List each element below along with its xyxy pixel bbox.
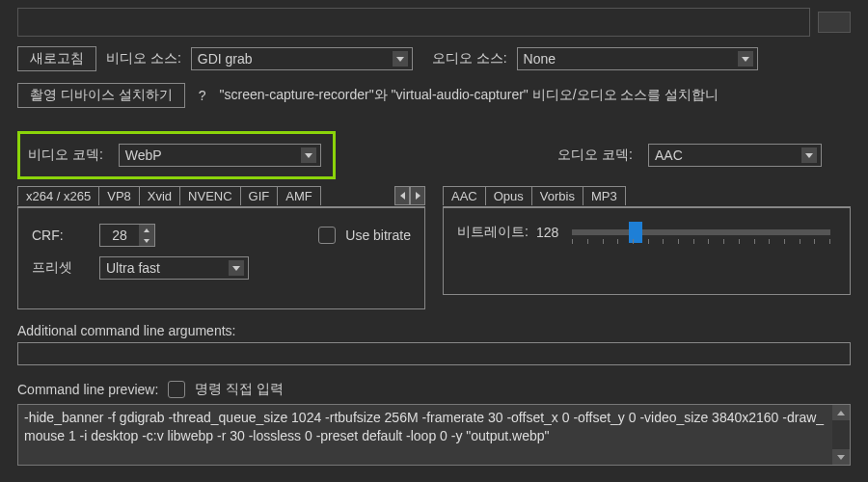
preset-label: 프리셋 (32, 259, 90, 277)
install-hint-text: "screen-capture-recorder"와 "virtual-audi… (220, 87, 719, 104)
tab-scroll-right-icon[interactable] (410, 186, 425, 205)
preset-value: Ultra fast (106, 260, 160, 276)
video-codec-value: WebP (125, 147, 162, 163)
tab-opus[interactable]: Opus (485, 186, 532, 205)
preset-select[interactable]: Ultra fast (99, 256, 249, 280)
tab-amf[interactable]: AMF (277, 186, 320, 205)
cmd-preview-text: -hide_banner -f gdigrab -thread_queue_si… (24, 409, 844, 445)
manual-input-checkbox[interactable] (168, 381, 185, 398)
crf-label: CRF: (32, 228, 90, 243)
scroll-up-icon[interactable] (832, 405, 850, 420)
audio-codec-label: 오디오 코덱: (557, 147, 633, 164)
spinner-up-icon[interactable] (139, 225, 154, 235)
video-codec-label: 비디오 코덱: (28, 147, 103, 164)
dropdown-arrow-icon (738, 51, 753, 67)
video-codec-select[interactable]: WebP (119, 144, 321, 167)
install-device-button[interactable]: 촬영 디바이스 설치하기 (17, 83, 185, 108)
use-bitrate-checkbox[interactable] (318, 227, 336, 244)
audio-source-label: 오디오 소스: (432, 50, 507, 67)
video-source-label: 비디오 소스: (106, 50, 181, 67)
crf-stepper[interactable] (99, 224, 155, 247)
tab-nvenc[interactable]: NVENC (179, 186, 241, 205)
help-icon[interactable]: ? (195, 88, 210, 103)
spinner-down-icon[interactable] (139, 235, 154, 246)
scrollbar[interactable] (832, 405, 850, 465)
slider-ticks (572, 239, 830, 245)
additional-args-input[interactable] (17, 342, 851, 365)
bitrate-slider[interactable] (572, 229, 830, 235)
tab-x264-x265[interactable]: x264 / x265 (17, 186, 99, 205)
scroll-down-icon[interactable] (832, 449, 850, 465)
dropdown-arrow-icon (801, 147, 817, 163)
tab-mp3[interactable]: MP3 (583, 186, 626, 205)
tab-xvid[interactable]: Xvid (139, 186, 180, 205)
use-bitrate-label: Use bitrate (345, 228, 411, 243)
top-text-input[interactable] (17, 8, 810, 37)
cmd-preview-label: Command line preview: (17, 382, 158, 397)
refresh-button[interactable]: 새로고침 (17, 46, 96, 71)
audio-codec-value: AAC (655, 147, 683, 163)
dropdown-arrow-icon (393, 51, 408, 67)
bitrate-label: 비트레이트: (457, 224, 529, 241)
video-source-value: GDI grab (198, 51, 253, 67)
video-source-select[interactable]: GDI grab (191, 47, 413, 70)
tab-scroll-left-icon[interactable] (394, 186, 410, 205)
tab-aac[interactable]: AAC (443, 186, 486, 205)
top-side-button[interactable] (818, 12, 851, 33)
crf-value-input[interactable] (100, 225, 139, 246)
scroll-track[interactable] (832, 420, 850, 449)
additional-args-label: Additional command line arguments: (17, 323, 235, 338)
tab-vorbis[interactable]: Vorbis (531, 186, 583, 205)
audio-codec-tabs: AAC Opus Vorbis MP3 (443, 186, 851, 205)
dropdown-arrow-icon (301, 147, 316, 163)
bitrate-value: 128 (536, 225, 558, 240)
dropdown-arrow-icon (229, 260, 244, 276)
audio-source-value: None (524, 51, 556, 67)
audio-source-select[interactable]: None (517, 47, 758, 70)
tab-gif[interactable]: GIF (240, 186, 279, 205)
audio-codec-select[interactable]: AAC (648, 144, 822, 167)
tab-vp8[interactable]: VP8 (98, 186, 140, 205)
video-codec-tabs: x264 / x265 VP8 Xvid NVENC GIF AMF (17, 186, 425, 205)
video-codec-highlight: 비디오 코덱: WebP (17, 131, 336, 179)
cmd-preview-textarea[interactable]: -hide_banner -f gdigrab -thread_queue_si… (17, 404, 851, 466)
manual-input-label: 명령 직접 입력 (195, 381, 284, 398)
